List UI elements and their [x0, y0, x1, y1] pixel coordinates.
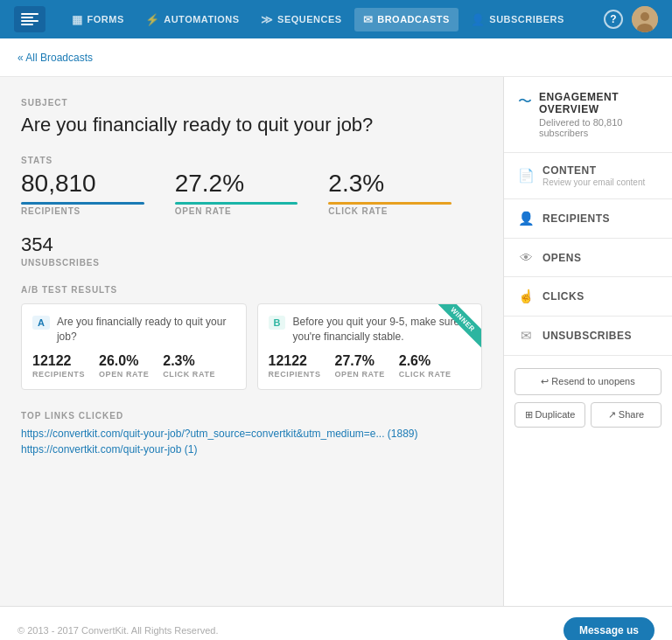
nav-item-forms[interactable]: ▦ FORMS [63, 8, 133, 31]
sidebar-nav-opens[interactable]: 👁 OPENS [504, 239, 672, 277]
breadcrumb-link[interactable]: « All Broadcasts [18, 52, 93, 64]
ab-a-recipients: 12122 RECIPIENTS [32, 353, 85, 379]
open-rate-value: 27.2% [175, 170, 329, 198]
ab-card-b: WINNER B Before you quit your 9-5, make … [257, 303, 483, 390]
ab-text-b: Before you quit your 9-5, make sure you'… [292, 315, 471, 344]
nav-items: ▦ FORMS ⚡ AUTOMATIONS ≫ SEQUENCES ✉ BROA… [63, 8, 604, 31]
recipients-label: RECIPIENTS [21, 206, 175, 216]
app-logo[interactable] [14, 6, 46, 32]
stat-open-rate: 27.2% OPEN RATE [175, 170, 329, 217]
subscribers-icon: 👤 [471, 13, 486, 26]
ab-test-label: A/B TEST RESULTS [21, 285, 482, 295]
ab-b-click-rate: 2.6% CLICK RATE [399, 353, 452, 379]
stats-grid: 80,810 RECIPIENTS 27.2% OPEN RATE 2.3% C… [21, 170, 482, 217]
ab-a-open-rate: 26.0% OPEN RATE [99, 353, 149, 379]
sidebar-nav-unsubscribes[interactable]: ✉ UNSUBSCRIBES [504, 317, 672, 356]
unsubscribes-block: 354 UNSUBSCRIBES [21, 233, 482, 268]
unsubscribes-label: UNSUBSCRIBES [21, 258, 482, 268]
stats-label: STATS [21, 156, 482, 165]
open-rate-label: OPEN RATE [175, 206, 329, 216]
engagement-icon: 〜 [518, 93, 532, 111]
recipients-nav-label: RECIPIENTS [542, 212, 610, 225]
top-link-2[interactable]: https://convertkit.com/quit-your-job (1) [21, 443, 482, 456]
subject-label: SUBJECT [21, 98, 482, 108]
engagement-title: ENGAGEMENT OVERVIEW [539, 91, 658, 115]
sidebar-nav-content[interactable]: 📄 CONTENT Review your email content [504, 153, 672, 199]
nav-item-subscribers[interactable]: 👤 SUBSCRIBERS [462, 8, 573, 31]
nav-item-automations[interactable]: ⚡ AUTOMATIONS [136, 8, 248, 31]
ab-badge-a: A [32, 316, 50, 330]
user-avatar[interactable] [632, 6, 658, 32]
svg-rect-1 [21, 17, 33, 18]
engagement-overview: 〜 ENGAGEMENT OVERVIEW Delivered to 80,81… [504, 77, 672, 153]
sidebar-actions: ↩ Resend to unopens ⊞ Duplicate ↗ Share [504, 356, 672, 440]
unsubscribes-value: 354 [21, 233, 482, 256]
clicks-nav-label: CLICKS [542, 290, 584, 303]
svg-point-5 [640, 12, 649, 21]
copyright-text: © 2013 - 2017 ConvertKit. All Rights Res… [18, 625, 218, 636]
nav-item-sequences[interactable]: ≫ SEQUENCES [252, 8, 351, 31]
nav-right: ? [604, 6, 658, 32]
ab-stats-b: 12122 RECIPIENTS 27.7% OPEN RATE 2.6% CL… [269, 353, 472, 379]
recipients-value: 80,810 [21, 170, 175, 198]
content-icon: 📄 [518, 168, 534, 184]
unsubscribes-nav-label: UNSUBSCRIBES [542, 330, 632, 342]
svg-rect-3 [21, 24, 33, 25]
ab-test-section: A/B TEST RESULTS A Are you financially r… [21, 285, 482, 390]
sequences-icon: ≫ [261, 13, 274, 26]
nav-item-broadcasts[interactable]: ✉ BROADCASTS [354, 8, 458, 31]
ab-badge-b: B [269, 316, 286, 330]
ab-card-a: A Are you financially ready to quit your… [21, 303, 247, 390]
clicks-icon: ☝ [518, 289, 534, 304]
automations-icon: ⚡ [145, 13, 160, 26]
help-button[interactable]: ? [604, 10, 623, 29]
share-button[interactable]: ↗ Share [591, 402, 662, 428]
unsubscribes-nav-icon: ✉ [518, 328, 534, 344]
ab-stats-a: 12122 RECIPIENTS 26.0% OPEN RATE 2.3% CL… [32, 353, 235, 379]
opens-nav-label: OPENS [542, 252, 582, 264]
top-links-section: TOP LINKS CLICKED https://convertkit.com… [21, 411, 482, 456]
duplicate-button[interactable]: ⊞ Duplicate [514, 402, 585, 428]
content-sublabel: Review your email content [542, 177, 645, 187]
ab-a-click-rate: 2.3% CLICK RATE [163, 353, 215, 379]
click-rate-label: CLICK RATE [328, 206, 482, 216]
svg-rect-0 [21, 13, 38, 15]
action-buttons-row: ⊞ Duplicate ↗ Share [514, 402, 662, 428]
broadcasts-icon: ✉ [363, 13, 374, 26]
content-area: SUBJECT Are you financially ready to qui… [0, 77, 503, 606]
top-link-1[interactable]: https://convertkit.com/quit-your-job/?ut… [21, 428, 482, 440]
forms-icon: ▦ [72, 13, 83, 26]
right-sidebar: 〜 ENGAGEMENT OVERVIEW Delivered to 80,81… [503, 77, 672, 606]
svg-rect-2 [21, 20, 38, 22]
top-links-label: TOP LINKS CLICKED [21, 411, 482, 421]
sidebar-nav-clicks[interactable]: ☝ CLICKS [504, 277, 672, 317]
ab-b-open-rate: 27.7% OPEN RATE [335, 353, 385, 379]
subject-title: Are you financially ready to quit your j… [21, 113, 482, 138]
engagement-subtitle: Delivered to 80,810 subscribers [539, 117, 658, 138]
stat-recipients: 80,810 RECIPIENTS [21, 170, 175, 217]
content-label: CONTENT [542, 164, 645, 177]
message-us-button[interactable]: Message us [564, 617, 654, 640]
ab-text-a: Are you financially ready to quit your j… [57, 315, 235, 344]
ab-test-cards: A Are you financially ready to quit your… [21, 303, 482, 390]
top-navigation: ▦ FORMS ⚡ AUTOMATIONS ≫ SEQUENCES ✉ BROA… [0, 0, 672, 38]
opens-icon: 👁 [518, 250, 534, 265]
ab-b-recipients: 12122 RECIPIENTS [269, 353, 321, 379]
sidebar-nav-recipients[interactable]: 👤 RECIPIENTS [504, 199, 672, 239]
click-rate-value: 2.3% [328, 170, 482, 198]
recipients-icon: 👤 [518, 211, 534, 226]
stat-click-rate: 2.3% CLICK RATE [328, 170, 482, 217]
breadcrumb-bar: « All Broadcasts [0, 38, 672, 77]
page-footer: © 2013 - 2017 ConvertKit. All Rights Res… [0, 606, 672, 640]
resend-button[interactable]: ↩ Resend to unopens [514, 368, 662, 395]
main-layout: SUBJECT Are you financially ready to qui… [0, 77, 672, 606]
